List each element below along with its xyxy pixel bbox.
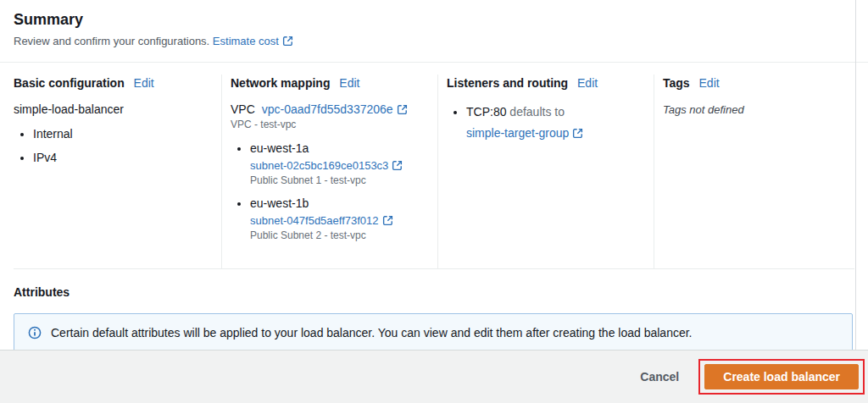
- attributes-section: Attributes Certain default attributes wi…: [14, 269, 854, 352]
- tags-empty-text: Tags not defined: [663, 103, 844, 116]
- edit-tags-link[interactable]: Edit: [699, 76, 720, 90]
- external-link-icon: [572, 128, 583, 139]
- estimate-cost-link[interactable]: Estimate cost: [213, 35, 293, 47]
- tags-heading: Tags Edit: [663, 76, 844, 90]
- info-alert: Certain default attributes will be appli…: [14, 313, 853, 352]
- vpc-label: VPC: [231, 102, 255, 116]
- summary-columns: Basic configuration Edit simple-load-bal…: [14, 63, 854, 269]
- subnet-list: eu-west-1a subnet-02c5bc169ce0153c3 Publ…: [231, 141, 427, 241]
- target-group-link-text: simple-target-group: [466, 126, 569, 140]
- tags-title: Tags: [663, 76, 690, 90]
- network-mapping-title: Network mapping: [231, 76, 330, 90]
- subnet-item: eu-west-1b subnet-047f5d5aeff73f012 Publ…: [250, 196, 427, 241]
- edit-basic-configuration-link[interactable]: Edit: [134, 76, 154, 90]
- panel-right-divider: [855, 0, 856, 350]
- availability-zone: eu-west-1b: [250, 196, 309, 210]
- estimate-cost-label: Estimate cost: [213, 35, 279, 47]
- external-link-icon: [392, 160, 403, 171]
- footer-action-bar: Cancel Create load balancer: [0, 350, 868, 403]
- external-link-icon: [382, 215, 393, 226]
- target-group-link[interactable]: simple-target-group: [466, 124, 583, 141]
- load-balancer-name: simple-load-balancer: [14, 102, 211, 116]
- listeners-routing-heading: Listeners and routing Edit: [447, 76, 643, 90]
- create-load-balancer-button[interactable]: Create load balancer: [704, 364, 859, 389]
- basic-configuration-heading: Basic configuration Edit: [14, 76, 211, 90]
- subnet-link-text: subnet-047f5d5aeff73f012: [250, 214, 379, 227]
- basic-configuration-title: Basic configuration: [14, 76, 125, 90]
- listener-protocol-port: TCP:80: [466, 105, 506, 119]
- page-title: Summary: [14, 11, 854, 29]
- subnet-link[interactable]: subnet-02c5bc169ce0153c3: [250, 159, 403, 172]
- listeners-routing-title: Listeners and routing: [447, 76, 568, 90]
- subtitle-text: Review and confirm your configurations.: [14, 35, 209, 47]
- cancel-button[interactable]: Cancel: [632, 365, 687, 389]
- list-item: IPv4: [33, 151, 211, 164]
- edit-network-mapping-link[interactable]: Edit: [339, 76, 359, 90]
- external-link-icon: [397, 104, 408, 115]
- external-link-icon: [282, 36, 293, 47]
- vpc-caption: VPC - test-vpc: [231, 119, 427, 130]
- vpc-link[interactable]: vpc-0aad7fd55d337206e: [262, 102, 408, 116]
- edit-listeners-routing-link[interactable]: Edit: [577, 76, 598, 90]
- annotation-highlight: Create load balancer: [698, 359, 865, 395]
- network-mapping-section: Network mapping Edit VPC vpc-0aad7fd55d3…: [222, 75, 438, 268]
- list-item: Internal: [33, 127, 211, 141]
- availability-zone: eu-west-1a: [250, 141, 309, 155]
- subnet-link[interactable]: subnet-047f5d5aeff73f012: [250, 214, 393, 227]
- attributes-title: Attributes: [14, 285, 854, 299]
- network-mapping-heading: Network mapping Edit: [231, 76, 427, 90]
- listeners-routing-section: Listeners and routing Edit TCP:80 defaul…: [438, 75, 654, 268]
- info-alert-text: Certain default attributes will be appli…: [51, 326, 693, 340]
- listener-suffix: defaults to: [509, 105, 565, 119]
- vpc-link-text: vpc-0aad7fd55d337206e: [262, 102, 393, 116]
- tags-section: Tags Edit Tags not defined: [654, 75, 854, 268]
- info-circle-icon: [28, 326, 42, 340]
- listeners-list: TCP:80 defaults to simple-target-group: [447, 103, 643, 141]
- page-subtitle: Review and confirm your configurations. …: [14, 35, 854, 47]
- summary-header: Summary Review and confirm your configur…: [0, 0, 868, 63]
- subnet-caption: Public Subnet 1 - test-vpc: [250, 174, 427, 186]
- subnet-item: eu-west-1a subnet-02c5bc169ce0153c3 Publ…: [250, 141, 427, 186]
- vpc-line: VPC vpc-0aad7fd55d337206e: [231, 102, 427, 116]
- listener-item: TCP:80 defaults to simple-target-group: [466, 103, 643, 141]
- basic-configuration-list: Internal IPv4: [14, 127, 211, 164]
- subnet-link-text: subnet-02c5bc169ce0153c3: [250, 159, 388, 172]
- subnet-caption: Public Subnet 2 - test-vpc: [250, 229, 427, 241]
- basic-configuration-section: Basic configuration Edit simple-load-bal…: [14, 75, 222, 268]
